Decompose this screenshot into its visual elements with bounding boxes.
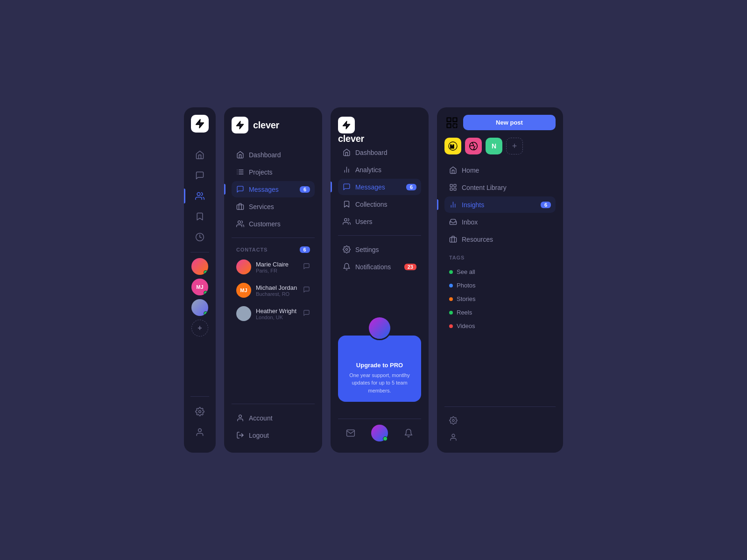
tag-dot-stories — [449, 297, 453, 301]
nav-messages[interactable] — [184, 166, 216, 185]
contact-name-3: Heather Wright — [256, 308, 298, 315]
tag-reels[interactable]: Reels — [444, 306, 556, 319]
nav-dashboard-label: Dashboard — [249, 151, 281, 159]
divider-2 — [190, 396, 210, 397]
contact-avatar-3 — [236, 306, 251, 321]
nav3-collections-label: Collections — [355, 201, 387, 208]
tag-photos[interactable]: Photos — [444, 279, 556, 292]
logo-box-3 — [338, 117, 355, 133]
nav4-content-library-label: Content Library — [462, 184, 507, 191]
contact-heather[interactable]: Heather Wright London, UK — [232, 302, 315, 325]
bottom-email-icon[interactable] — [346, 428, 355, 438]
tag-see-all-label: See all — [457, 268, 475, 275]
nav-projects[interactable]: Projects — [232, 164, 315, 180]
contact-msg-2[interactable] — [303, 286, 310, 295]
nav-bookmarks[interactable] — [184, 207, 216, 226]
panel4-bottom-icons — [444, 402, 556, 445]
nav3-messages-label: Messages — [355, 183, 385, 191]
messages-badge: 6 — [300, 186, 310, 193]
svg-point-3 — [199, 411, 201, 413]
panel-icon-sidebar: MJ + — [184, 107, 216, 453]
bottom-bar — [338, 419, 421, 443]
tag-stories[interactable]: Stories — [444, 292, 556, 306]
nav3-users[interactable]: Users — [338, 213, 421, 230]
panel4-profile-icon[interactable] — [444, 429, 556, 445]
add-avatar-button[interactable]: + — [191, 320, 208, 336]
upgrade-description: One year support, montlhy updates for up… — [345, 371, 414, 395]
insights-badge: 6 — [541, 202, 551, 208]
nav3-settings[interactable]: Settings — [338, 241, 421, 258]
nav4-resources[interactable]: Resources — [444, 231, 556, 247]
new-post-button[interactable]: New post — [463, 115, 556, 130]
svg-point-4 — [198, 429, 202, 432]
bottom-bell-icon[interactable] — [404, 428, 413, 438]
svg-rect-29 — [454, 188, 456, 190]
svg-rect-27 — [454, 184, 456, 187]
nav-messages-label: Messages — [249, 186, 279, 193]
avatars-section: MJ + — [191, 258, 208, 392]
bottom-avatar[interactable] — [371, 425, 388, 441]
avatar-1[interactable] — [191, 258, 208, 275]
avatar-3[interactable] — [191, 299, 208, 316]
svg-point-14 — [239, 415, 242, 418]
contact-marie[interactable]: Marie Claire Paris, FR — [232, 256, 315, 278]
nav-dashboard[interactable]: Dashboard — [232, 147, 315, 163]
account-dribbble[interactable] — [465, 138, 482, 154]
panel-upgrade-sidebar: clever Dashboard Analytics Messages 6 Co… — [331, 107, 429, 453]
nav-profile-icon[interactable] — [195, 423, 204, 441]
contact-msg-3[interactable] — [303, 309, 310, 318]
logo-icon[interactable] — [191, 115, 209, 133]
nav3-analytics-label: Analytics — [355, 166, 381, 174]
nav3-notifications[interactable]: Notifications 23 — [338, 259, 421, 275]
contacts-badge: 6 — [300, 246, 310, 253]
nav4-content-library[interactable]: Content Library — [444, 179, 556, 196]
nav3-dashboard[interactable]: Dashboard — [338, 144, 421, 161]
account-add-button[interactable]: + — [506, 138, 523, 154]
nav3-analytics[interactable]: Analytics — [338, 161, 421, 178]
tag-see-all[interactable]: See all — [444, 265, 556, 279]
bottom-divider — [232, 404, 315, 404]
svg-rect-12 — [237, 205, 243, 210]
nav3-messages[interactable]: Messages 6 — [338, 179, 421, 195]
svg-text:M: M — [450, 144, 454, 149]
contacts-section-label: CONTACTS 6 — [232, 244, 315, 255]
nav-services[interactable]: Services — [232, 198, 315, 215]
svg-rect-28 — [450, 188, 452, 190]
contact-name-2: Michael Jordan — [256, 284, 298, 291]
nav-users[interactable] — [184, 187, 216, 205]
nav-settings-icon[interactable] — [195, 402, 204, 421]
account-notion[interactable]: N — [486, 138, 502, 154]
panel4-settings-icon[interactable] — [444, 413, 556, 428]
upgrade-card: Upgrade to PRO One year support, montlhy… — [338, 336, 421, 402]
nav-account[interactable]: Account — [232, 410, 315, 426]
account-mailchimp[interactable]: M — [444, 138, 461, 154]
contact-michael[interactable]: MJ Michael Jordan Bucharest, RO — [232, 279, 315, 301]
avatar-2[interactable]: MJ — [191, 279, 208, 295]
nav4-inbox[interactable]: Inbox — [444, 214, 556, 230]
tag-dot-videos — [449, 324, 453, 328]
panel3-divider — [338, 235, 421, 236]
nav4-inbox-label: Inbox — [462, 218, 478, 226]
nav3-collections[interactable]: Collections — [338, 196, 421, 212]
panel4-nav-list: Home Content Library Insights 6 Inbox Re… — [444, 162, 556, 247]
nav-divider — [232, 238, 315, 238]
contact-info-1: Marie Claire Paris, FR — [256, 261, 298, 273]
nav-customers-label: Customers — [249, 220, 281, 228]
nav-history[interactable] — [184, 228, 216, 246]
notifications-badge: 23 — [404, 264, 416, 270]
svg-point-1 — [197, 193, 200, 196]
nav4-insights[interactable]: Insights 6 — [444, 196, 556, 213]
avatar-online-dot — [383, 436, 388, 441]
online-indicator — [204, 270, 208, 274]
nav4-home[interactable]: Home — [444, 162, 556, 178]
tag-videos[interactable]: Videos — [444, 319, 556, 333]
tags-section: TAGS See all Photos Stories Reels Videos — [444, 255, 556, 333]
nav-home[interactable] — [184, 146, 216, 164]
nav-messages[interactable]: Messages 6 — [232, 181, 315, 197]
contact-msg-1[interactable] — [303, 263, 310, 272]
svg-rect-22 — [453, 124, 457, 127]
svg-point-13 — [238, 221, 241, 224]
nav-customers[interactable]: Customers — [232, 216, 315, 232]
nav-logout[interactable]: Logout — [232, 427, 315, 443]
panel3-logo-text: clever — [338, 133, 364, 144]
